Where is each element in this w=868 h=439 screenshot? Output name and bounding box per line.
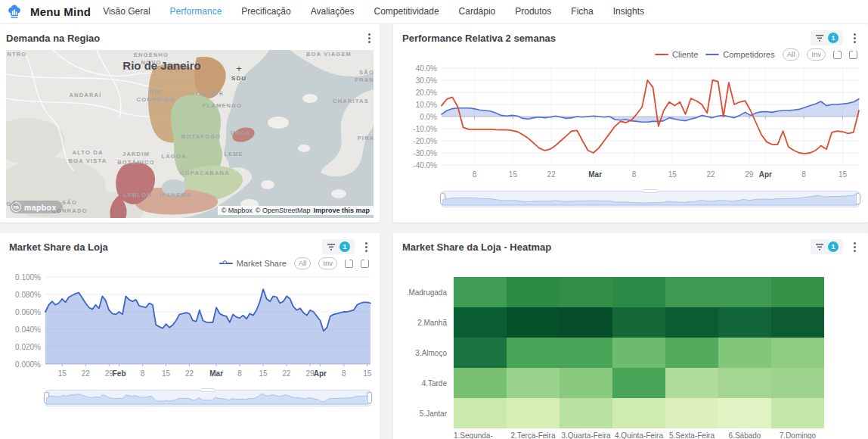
svg-text:15: 15 (509, 170, 518, 179)
datazoom-mini-chart (46, 391, 368, 406)
heatmap-cell[interactable] (665, 398, 718, 428)
heatmap-cell[interactable] (560, 368, 612, 398)
nav-item-avaliacoes[interactable]: Avaliações (311, 6, 355, 17)
heatmap-cell[interactable] (507, 368, 560, 398)
box-select-icon[interactable] (833, 51, 842, 59)
heatmap-grid: .Madrugada2.Manhã3.Almoço4.Tarde5.Jantar… (402, 277, 859, 439)
kebab-menu-icon[interactable] (362, 241, 370, 254)
market-share-svg[interactable]: 0.100%0.080%0.060%0.040%0.020%0.000%1522… (9, 272, 374, 381)
filter-button[interactable]: 1 (811, 239, 843, 254)
performance-chart[interactable]: 40.0%30.0%20.0%10.0%0.0%-10.0%-20.0%-30.… (402, 64, 859, 185)
heatmap-cell[interactable] (771, 307, 824, 338)
heatmap-cell[interactable] (454, 368, 507, 398)
lasso-select-icon[interactable] (849, 51, 857, 59)
heatmap-cell[interactable] (718, 368, 771, 398)
heatmap-cell[interactable] (665, 368, 718, 398)
heatmap-cell[interactable] (771, 398, 824, 428)
heatmap-cell[interactable] (612, 368, 665, 398)
heatmap-row-label: 3.Almoço (402, 338, 454, 368)
panel-demanda-regiao: Demanda na Regiao (0, 24, 380, 223)
nav-item-insights[interactable]: Insights (613, 6, 644, 17)
heatmap-cell[interactable] (665, 338, 718, 368)
nav-item-visao-geral[interactable]: Visão Geral (103, 6, 150, 17)
nav-item-performance[interactable]: Performance (170, 6, 222, 17)
nav-item-cardapio[interactable]: Cardápio (459, 6, 496, 17)
map-label-dentro: DENTRO (6, 51, 26, 58)
legend-item-cliente[interactable]: Cliente (655, 50, 698, 59)
mapbox-logo[interactable]: mmapbox (10, 201, 63, 213)
lasso-select-icon[interactable] (361, 260, 369, 268)
svg-text:22: 22 (706, 170, 715, 179)
heatmap-cell[interactable] (454, 338, 507, 368)
nav-item-competitividade[interactable]: Competitividade (374, 6, 439, 17)
kebab-menu-icon[interactable] (851, 32, 859, 45)
market-share-datazoom-slider[interactable] (45, 390, 370, 406)
improve-map-link[interactable]: Improve this map (313, 207, 370, 214)
svg-text:30.0%: 30.0% (416, 76, 437, 85)
map-label-lagoa: LAGOA (161, 153, 186, 160)
heatmap-cell[interactable] (665, 277, 718, 307)
svg-text:29: 29 (745, 170, 754, 179)
filter-count-badge: 1 (828, 241, 839, 252)
svg-text:22: 22 (547, 170, 556, 179)
heatmap-cell[interactable] (454, 398, 507, 428)
heatmap-cell[interactable] (560, 307, 612, 338)
legend-item-competidores[interactable]: Competidores (705, 50, 774, 59)
heatmap-cell[interactable] (560, 338, 612, 368)
heatmap-cell[interactable] (507, 338, 560, 368)
map-label-botanico: BOTÂNICO (117, 159, 155, 166)
map-label-franci: FRANCI (355, 76, 374, 83)
heatmap-cell[interactable] (507, 398, 560, 428)
heatmap-col-label: 6.Sábado (718, 428, 771, 439)
nav-item-precificacao[interactable]: Precificação (241, 6, 290, 17)
heatmap-cell[interactable] (612, 277, 665, 307)
heatmap-cell[interactable] (612, 307, 665, 338)
heatmap-cell[interactable] (507, 307, 560, 338)
heatmap-cell[interactable] (718, 398, 771, 428)
nav-item-produtos[interactable]: Produtos (515, 6, 551, 17)
heatmap-cell[interactable] (507, 277, 560, 307)
all-toggle-button[interactable]: All (294, 257, 312, 269)
nav-item-ficha[interactable]: Ficha (571, 6, 593, 17)
performance-relativa-svg[interactable]: 40.0%30.0%20.0%10.0%0.0%-10.0%-20.0%-30.… (402, 64, 862, 182)
market-share-chart[interactable]: 0.100%0.080%0.060%0.040%0.020%0.000%1522… (9, 272, 370, 384)
heatmap-cell[interactable] (454, 277, 507, 307)
heatmap-col-label: 1.Segunda-Feira (454, 428, 507, 439)
box-select-icon[interactable] (345, 260, 353, 268)
attr-osm[interactable]: © OpenStreetMap (256, 207, 311, 214)
inv-toggle-button[interactable]: Inv (318, 257, 337, 269)
heatmap-cell[interactable] (771, 338, 824, 368)
heatmap-cell[interactable] (612, 398, 665, 428)
attr-mapbox[interactable]: © Mapbox (222, 207, 253, 214)
menu-mind-logo[interactable] (6, 3, 23, 20)
heatmap-cell[interactable] (771, 368, 824, 398)
map-label-rio-de-janeiro: Rio de Janeiro (122, 59, 200, 72)
all-toggle-button[interactable]: All (783, 48, 800, 60)
panel-title: Market Share da Loja (9, 241, 108, 253)
map[interactable]: DENTROENGENHONOVOBOA VIAGEMRio de Janeir… (6, 50, 374, 218)
kebab-menu-icon[interactable] (851, 241, 859, 254)
filter-button[interactable]: 1 (322, 239, 355, 254)
heatmap-row-label: 2.Manhã (402, 307, 454, 338)
heatmap-cell[interactable] (454, 307, 507, 338)
heatmap-cell[interactable] (665, 307, 718, 338)
panel-title: Market Share da Loja - Heatmap (402, 241, 551, 253)
heatmap-cell[interactable] (612, 338, 665, 368)
heatmap-cell[interactable] (718, 307, 771, 338)
filter-button[interactable]: 1 (811, 30, 843, 45)
map-attribution: © Mapbox © OpenStreetMap Improve this ma… (218, 206, 374, 215)
rio-map-canvas[interactable]: DENTROENGENHONOVOBOA VIAGEMRio de Janeir… (6, 50, 374, 218)
heatmap-col-label: 3.Quarta-Feira (560, 428, 612, 439)
legend-item-market-share[interactable]: Market Share (219, 259, 287, 268)
heatmap-col-label: 4.Quinta-Feira (612, 428, 665, 439)
svg-text:8: 8 (237, 369, 242, 378)
kebab-menu-icon[interactable] (365, 32, 374, 45)
heatmap-cell[interactable] (560, 277, 612, 307)
inv-toggle-button[interactable]: Inv (807, 48, 826, 60)
heatmap-cell[interactable] (560, 398, 612, 428)
heatmap-cell[interactable] (718, 277, 771, 307)
performance-datazoom-slider[interactable] (442, 191, 859, 207)
heatmap-cell[interactable] (718, 338, 771, 368)
heatmap-cell[interactable] (771, 277, 824, 307)
heatmap-row-label: .Madrugada (402, 277, 454, 307)
